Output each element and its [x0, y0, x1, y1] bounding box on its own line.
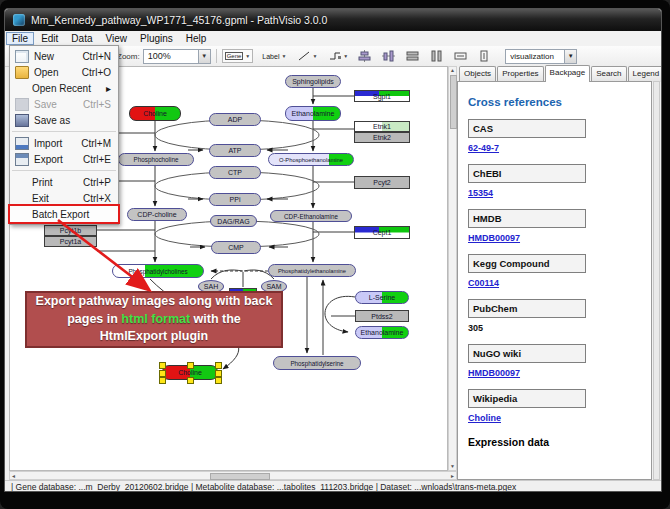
pathway-node-etnk1[interactable]: Etnk1 — [354, 121, 410, 132]
chevron-down-icon[interactable]: ▼ — [245, 53, 250, 59]
common-height-button[interactable] — [477, 49, 492, 63]
screenshot-frame: Mm_Kennedy_pathway_WP1771_45176.gpml - P… — [0, 0, 670, 509]
file-menu-item-save-as[interactable]: Save as — [10, 112, 118, 128]
pathway-node-cdp-choline[interactable]: CDP-choline — [127, 208, 187, 221]
pathway-node-ethanolamine[interactable]: Ethanolamine — [285, 106, 341, 121]
menu-help[interactable]: Help — [180, 32, 213, 45]
pathway-node-etnk2[interactable]: Etnk2 — [354, 132, 410, 143]
xref-value-link[interactable]: 62-49-7 — [468, 143, 651, 153]
zoom-combobox[interactable]: 100% ▼ — [143, 49, 211, 64]
line-tool-button[interactable]: ▼ — [295, 49, 320, 63]
canvas-vertical-scrollbar[interactable]: ▲ ▼ — [448, 66, 457, 471]
pathway-node-cdp-ethanolamine[interactable]: CDP-Ethanolamine — [270, 210, 352, 222]
selection-handle[interactable] — [215, 370, 222, 377]
pathway-node-atp[interactable]: ATP — [209, 144, 261, 157]
zoom-dropdown-icon[interactable]: ▼ — [198, 50, 210, 63]
xref-section-kegg-compound: Kegg Compound — [468, 254, 586, 273]
tab-backpage[interactable]: Backpage — [545, 65, 591, 82]
cross-references-heading: Cross references — [468, 96, 651, 108]
file-menu-item-import[interactable]: ImportCtrl+M — [10, 135, 118, 151]
pathway-node-adp[interactable]: ADP — [209, 113, 261, 126]
file-menu-item-new[interactable]: NewCtrl+N — [10, 48, 118, 64]
tab-legend[interactable]: Legend — [628, 66, 662, 82]
selection-handle[interactable] — [159, 370, 166, 377]
menu-file[interactable]: File — [6, 32, 34, 45]
selection-handle[interactable] — [187, 362, 194, 369]
canvas-horizontal-scrollbar[interactable]: ◄ ► — [9, 471, 457, 480]
menu-item-shortcut: Ctrl+S — [83, 99, 111, 110]
window-title: Mm_Kennedy_pathway_WP1771_45176.gpml - P… — [31, 14, 327, 26]
menu-item-label: Exit — [32, 193, 49, 204]
pathway-node-phosphatidylcholines[interactable]: Phosphatidylcholines — [112, 264, 204, 278]
annotation-callout: Export pathway images along with back pa… — [25, 291, 283, 348]
scrollbar-thumb[interactable] — [450, 75, 457, 129]
pathway-node-choline[interactable]: Choline — [129, 106, 181, 121]
file-menu-item-save[interactable]: SaveCtrl+S — [10, 96, 118, 112]
tab-objects[interactable]: Objects — [459, 66, 496, 82]
align-center-button[interactable] — [357, 49, 372, 63]
connector-tool-button[interactable]: ▼ — [326, 49, 351, 63]
xref-section-pubchem: PubChem — [468, 299, 586, 318]
pathway-node-phosphatidylserine[interactable]: Phosphatidylserine — [273, 356, 361, 370]
selection-handle[interactable] — [215, 362, 222, 369]
selection-handle[interactable] — [159, 377, 166, 384]
pathway-node-pcyt2[interactable]: Pcyt2 — [354, 176, 410, 189]
distribute-horizontal-icon — [406, 50, 419, 62]
menu-item-label: Open Recent — [32, 83, 91, 94]
align-middle-button[interactable] — [381, 49, 396, 63]
datanode-tool-button[interactable]: Gene ▼ — [222, 49, 254, 63]
pathway-node-pcyt1a[interactable]: Pcyt1a — [44, 236, 97, 247]
pathway-node-cept1[interactable]: Cept1 — [354, 226, 410, 239]
xref-section-cas: CAS — [468, 119, 586, 138]
selection-handle[interactable] — [215, 377, 222, 384]
file-menu-item-print[interactable]: PrintCtrl+P — [10, 174, 118, 190]
label-tool-button[interactable]: Label ▼ — [259, 49, 289, 63]
tab-search[interactable]: Search — [591, 66, 626, 82]
selection-handle[interactable] — [159, 362, 166, 369]
pathway-node-cmp[interactable]: CMP — [211, 241, 261, 254]
scrollbar-thumb[interactable] — [210, 473, 270, 480]
pathway-node-l-serine[interactable]: L-Serine — [355, 291, 409, 304]
distribute-horizontal-button[interactable] — [405, 49, 420, 63]
menu-view[interactable]: View — [99, 32, 133, 45]
menu-item-label: Batch Export — [32, 209, 89, 220]
distribute-vertical-button[interactable] — [429, 49, 444, 63]
xref-value-link[interactable]: Choline — [468, 413, 651, 423]
status-bar: | Gene database: ...m_Derby_20120602.bri… — [5, 480, 661, 492]
chevron-down-icon[interactable]: ▼ — [343, 53, 348, 59]
pathway-node-ethanolamine[interactable]: Ethanolamine — [355, 326, 409, 339]
file-menu-item-open-recent[interactable]: Open Recent▸ — [10, 80, 118, 96]
side-panel-scrollbar[interactable] — [653, 81, 660, 480]
file-menu-item-exit[interactable]: ExitCtrl+X — [10, 190, 118, 206]
tab-properties[interactable]: Properties — [497, 66, 543, 82]
pathway-node-ptdss2[interactable]: Ptdss2 — [355, 310, 409, 322]
chevron-down-icon[interactable]: ▼ — [281, 53, 286, 59]
menu-plugins[interactable]: Plugins — [134, 32, 179, 45]
visualization-combobox[interactable]: visualization ▼ — [505, 49, 577, 64]
pathway-node-dag-rag[interactable]: DAG/RAG — [210, 215, 257, 227]
export-icon — [15, 153, 29, 166]
xref-value-link[interactable]: C00114 — [468, 278, 651, 288]
selection-handle[interactable] — [187, 377, 194, 384]
pathway-node-ppi[interactable]: PPi — [209, 193, 261, 206]
pathway-node-o-phosphoethanolamine[interactable]: O-Phosphoethanolamine — [268, 153, 354, 166]
xref-section-wikipedia: Wikipedia — [468, 389, 586, 408]
xref-value-link[interactable]: 15354 — [468, 188, 651, 198]
pathway-node-phosphatidylethanolamine[interactable]: Phosphatidylethanolamine — [268, 264, 356, 277]
title-bar[interactable]: Mm_Kennedy_pathway_WP1771_45176.gpml - P… — [5, 9, 661, 31]
xref-value-link[interactable]: HMDB00097 — [468, 233, 651, 243]
file-menu-item-open[interactable]: OpenCtrl+O — [10, 64, 118, 80]
pathway-node-sgpl1[interactable]: Sgpl1 — [354, 90, 410, 102]
menu-data[interactable]: Data — [65, 32, 98, 45]
pathway-node-pcyt1b[interactable]: Pcyt1b — [44, 225, 97, 236]
menu-edit[interactable]: Edit — [35, 32, 64, 45]
xref-value-link[interactable]: HMDB00097 — [468, 368, 651, 378]
pathway-node-ctp[interactable]: CTP — [209, 166, 261, 179]
chevron-down-icon[interactable]: ▼ — [312, 53, 317, 59]
file-menu-item-export[interactable]: ExportCtrl+E — [10, 151, 118, 167]
common-width-button[interactable] — [453, 49, 468, 63]
file-menu-item-batch-export[interactable]: Batch Export — [10, 206, 118, 222]
pathway-node-sphingolipids[interactable]: Sphingolipids — [285, 75, 341, 88]
chevron-down-icon[interactable]: ▼ — [564, 50, 576, 63]
pathway-node-phosphocholine[interactable]: Phosphocholine — [118, 153, 194, 166]
